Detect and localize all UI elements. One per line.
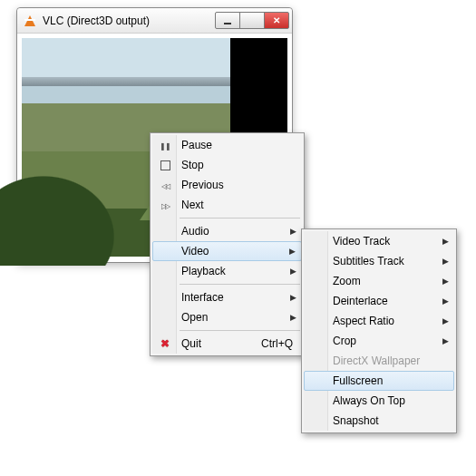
menu-label: Crop xyxy=(333,335,356,347)
close-button[interactable] xyxy=(264,12,289,29)
submenu-item-zoom[interactable]: Zoom ▶ xyxy=(304,271,454,291)
submenu-item-fullscreen[interactable]: Fullscreen xyxy=(304,371,454,391)
submenu-item-video-track[interactable]: Video Track ▶ xyxy=(304,231,454,251)
pause-icon xyxy=(157,135,173,155)
menu-item-interface[interactable]: Interface ▶ xyxy=(152,287,302,307)
submenu-item-snapshot[interactable]: Snapshot xyxy=(304,411,454,431)
menu-label: Snapshot xyxy=(333,414,379,427)
submenu-item-subtitles-track[interactable]: Subtitles Track ▶ xyxy=(304,251,454,271)
menu-label: Interface xyxy=(181,291,224,304)
video-submenu: Video Track ▶ Subtitles Track ▶ Zoom ▶ D… xyxy=(301,228,457,433)
menu-label: Zoom xyxy=(333,275,361,287)
submenu-arrow-icon: ▶ xyxy=(289,242,296,260)
submenu-arrow-icon: ▶ xyxy=(442,251,449,271)
menu-label: Deinterlace xyxy=(333,295,388,307)
menu-label: Previous xyxy=(181,179,224,191)
separator xyxy=(180,284,300,285)
menu-label: Playback xyxy=(181,265,226,277)
stop-icon xyxy=(157,155,173,175)
menu-label: Stop xyxy=(181,159,204,171)
submenu-arrow-icon: ▶ xyxy=(442,291,449,311)
submenu-arrow-icon: ▶ xyxy=(442,311,449,331)
titlebar[interactable]: VLC (Direct3D output) xyxy=(17,8,292,34)
menu-item-stop[interactable]: Stop xyxy=(152,155,302,175)
submenu-item-crop[interactable]: Crop ▶ xyxy=(304,331,454,351)
menu-label: Video Track xyxy=(333,235,390,248)
menu-label: DirectX Wallpaper xyxy=(333,355,420,367)
menu-item-playback[interactable]: Playback ▶ xyxy=(152,261,302,281)
submenu-arrow-icon: ▶ xyxy=(442,271,449,291)
menu-item-audio[interactable]: Audio ▶ xyxy=(152,221,302,241)
menu-label: Aspect Ratio xyxy=(333,315,394,327)
submenu-arrow-icon: ▶ xyxy=(290,307,296,327)
menu-label: Always On Top xyxy=(333,394,405,407)
menu-label: Pause xyxy=(181,139,212,151)
submenu-arrow-icon: ▶ xyxy=(290,261,296,281)
submenu-item-deinterlace[interactable]: Deinterlace ▶ xyxy=(304,291,454,311)
menu-label: Fullscreen xyxy=(333,374,383,387)
submenu-arrow-icon: ▶ xyxy=(290,221,296,241)
menu-label: Video xyxy=(181,245,209,257)
submenu-arrow-icon: ▶ xyxy=(442,231,449,251)
menu-item-previous[interactable]: Previous xyxy=(152,175,302,195)
menu-item-next[interactable]: Next xyxy=(152,195,302,215)
decoration xyxy=(24,204,46,219)
submenu-item-directx-wallpaper: DirectX Wallpaper xyxy=(304,351,454,371)
menu-item-pause[interactable]: Pause xyxy=(152,135,302,155)
menu-label: Quit xyxy=(181,337,201,350)
vlc-cone-icon xyxy=(23,14,37,28)
quit-icon xyxy=(157,334,173,354)
menu-label: Audio xyxy=(181,225,209,238)
minimize-button[interactable] xyxy=(215,12,240,29)
menu-item-video[interactable]: Video ▶ xyxy=(152,241,302,261)
window-title: VLC (Direct3D output) xyxy=(43,15,216,27)
separator xyxy=(180,218,300,219)
submenu-item-aspect-ratio[interactable]: Aspect Ratio ▶ xyxy=(304,311,454,331)
next-icon xyxy=(157,195,173,215)
submenu-arrow-icon: ▶ xyxy=(290,287,296,307)
maximize-button[interactable] xyxy=(239,12,265,29)
menu-label: Next xyxy=(181,199,204,211)
window-buttons xyxy=(216,12,292,29)
menu-label: Subtitles Track xyxy=(333,255,404,267)
previous-icon xyxy=(157,175,173,195)
accelerator: Ctrl+Q xyxy=(261,337,293,350)
menu-item-open[interactable]: Open ▶ xyxy=(152,307,302,327)
separator xyxy=(180,330,300,331)
submenu-arrow-icon: ▶ xyxy=(442,331,449,351)
submenu-item-always-on-top[interactable]: Always On Top xyxy=(304,391,454,411)
context-menu: Pause Stop Previous Next Audio ▶ Video ▶… xyxy=(150,132,305,356)
menu-item-quit[interactable]: Quit Ctrl+Q xyxy=(152,334,302,354)
menu-label: Open xyxy=(181,311,208,324)
